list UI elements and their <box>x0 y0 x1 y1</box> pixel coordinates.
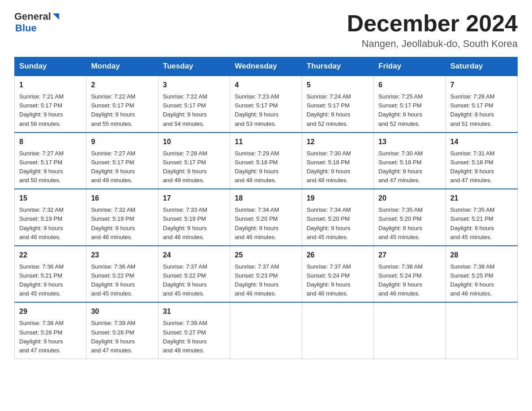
day-info: Sunrise: 7:38 AMSunset: 5:24 PMDaylight:… <box>378 262 441 299</box>
week-row-5: 29Sunrise: 7:38 AMSunset: 5:26 PMDayligh… <box>15 302 518 359</box>
day-number: 8 <box>19 137 82 147</box>
day-number: 17 <box>163 193 225 204</box>
calendar-cell: 11Sunrise: 7:29 AMSunset: 5:18 PMDayligh… <box>230 133 302 189</box>
calendar-cell: 21Sunrise: 7:35 AMSunset: 5:21 PMDayligh… <box>446 189 517 246</box>
week-row-3: 15Sunrise: 7:32 AMSunset: 5:19 PMDayligh… <box>15 189 518 246</box>
week-row-2: 8Sunrise: 7:27 AMSunset: 5:17 PMDaylight… <box>15 133 518 189</box>
day-info: Sunrise: 7:29 AMSunset: 5:18 PMDaylight:… <box>235 149 297 185</box>
calendar-cell: 27Sunrise: 7:38 AMSunset: 5:24 PMDayligh… <box>374 246 446 303</box>
day-info: Sunrise: 7:30 AMSunset: 5:18 PMDaylight:… <box>378 149 441 185</box>
day-number: 31 <box>163 306 225 317</box>
day-info: Sunrise: 7:23 AMSunset: 5:17 PMDaylight:… <box>235 92 297 128</box>
week-row-1: 1Sunrise: 7:21 AMSunset: 5:17 PMDaylight… <box>15 76 518 133</box>
calendar-cell: 29Sunrise: 7:38 AMSunset: 5:26 PMDayligh… <box>15 302 86 359</box>
calendar-cell: 13Sunrise: 7:30 AMSunset: 5:18 PMDayligh… <box>374 133 446 189</box>
weekday-header-tuesday: Tuesday <box>158 57 230 76</box>
day-number: 21 <box>450 193 513 204</box>
day-number: 3 <box>163 80 225 90</box>
day-number: 16 <box>91 193 153 204</box>
day-number: 22 <box>19 250 82 261</box>
day-number: 11 <box>235 137 297 147</box>
week-row-4: 22Sunrise: 7:36 AMSunset: 5:21 PMDayligh… <box>15 246 518 303</box>
weekday-header-row: SundayMondayTuesdayWednesdayThursdayFrid… <box>15 57 518 76</box>
day-number: 26 <box>307 250 369 261</box>
day-number: 25 <box>235 250 297 261</box>
calendar-cell <box>446 302 517 359</box>
calendar-cell: 6Sunrise: 7:25 AMSunset: 5:17 PMDaylight… <box>374 76 446 133</box>
weekday-header-monday: Monday <box>86 57 158 76</box>
logo-triangle-icon <box>51 12 61 21</box>
day-number: 1 <box>19 80 82 90</box>
day-number: 13 <box>378 137 441 147</box>
weekday-header-thursday: Thursday <box>302 57 373 76</box>
day-number: 15 <box>19 193 82 204</box>
day-info: Sunrise: 7:28 AMSunset: 5:17 PMDaylight:… <box>163 149 225 185</box>
day-number: 19 <box>307 193 369 204</box>
calendar-cell: 16Sunrise: 7:32 AMSunset: 5:19 PMDayligh… <box>86 189 158 246</box>
calendar-cell: 31Sunrise: 7:39 AMSunset: 5:27 PMDayligh… <box>158 302 230 359</box>
weekday-header-wednesday: Wednesday <box>230 57 302 76</box>
calendar-cell: 20Sunrise: 7:35 AMSunset: 5:20 PMDayligh… <box>374 189 446 246</box>
day-number: 7 <box>450 80 513 90</box>
day-info: Sunrise: 7:21 AMSunset: 5:17 PMDaylight:… <box>19 92 82 128</box>
calendar-cell: 10Sunrise: 7:28 AMSunset: 5:17 PMDayligh… <box>158 133 230 189</box>
day-number: 23 <box>91 250 153 261</box>
day-number: 18 <box>235 193 297 204</box>
month-title: December 2024 <box>347 11 518 36</box>
calendar-cell: 24Sunrise: 7:37 AMSunset: 5:22 PMDayligh… <box>158 246 230 303</box>
day-info: Sunrise: 7:36 AMSunset: 5:22 PMDaylight:… <box>91 262 153 299</box>
day-number: 4 <box>235 80 297 90</box>
day-info: Sunrise: 7:33 AMSunset: 5:19 PMDaylight:… <box>163 206 225 242</box>
day-info: Sunrise: 7:27 AMSunset: 5:17 PMDaylight:… <box>91 149 153 185</box>
title-block: December 2024 Nangen, Jeollabuk-do, Sout… <box>347 11 518 50</box>
day-info: Sunrise: 7:22 AMSunset: 5:17 PMDaylight:… <box>91 92 153 128</box>
calendar-cell: 8Sunrise: 7:27 AMSunset: 5:17 PMDaylight… <box>15 133 86 189</box>
day-number: 28 <box>450 250 513 261</box>
day-info: Sunrise: 7:30 AMSunset: 5:18 PMDaylight:… <box>307 149 369 185</box>
calendar-cell: 19Sunrise: 7:34 AMSunset: 5:20 PMDayligh… <box>302 189 373 246</box>
day-number: 10 <box>163 137 225 147</box>
day-info: Sunrise: 7:26 AMSunset: 5:17 PMDaylight:… <box>450 92 513 128</box>
weekday-header-friday: Friday <box>374 57 446 76</box>
calendar-cell <box>374 302 446 359</box>
calendar-cell: 30Sunrise: 7:39 AMSunset: 5:26 PMDayligh… <box>86 302 158 359</box>
calendar-cell: 22Sunrise: 7:36 AMSunset: 5:21 PMDayligh… <box>15 246 86 303</box>
day-number: 2 <box>91 80 153 90</box>
calendar-cell: 18Sunrise: 7:34 AMSunset: 5:20 PMDayligh… <box>230 189 302 246</box>
day-info: Sunrise: 7:35 AMSunset: 5:20 PMDaylight:… <box>378 206 441 242</box>
calendar-cell: 28Sunrise: 7:38 AMSunset: 5:25 PMDayligh… <box>446 246 517 303</box>
calendar-cell: 3Sunrise: 7:22 AMSunset: 5:17 PMDaylight… <box>158 76 230 133</box>
calendar-cell: 15Sunrise: 7:32 AMSunset: 5:19 PMDayligh… <box>15 189 86 246</box>
day-number: 24 <box>163 250 225 261</box>
location-subtitle: Nangen, Jeollabuk-do, South Korea <box>347 38 518 50</box>
day-number: 30 <box>91 306 153 317</box>
day-info: Sunrise: 7:39 AMSunset: 5:27 PMDaylight:… <box>163 319 225 355</box>
day-info: Sunrise: 7:25 AMSunset: 5:17 PMDaylight:… <box>378 92 441 128</box>
day-number: 29 <box>19 306 82 317</box>
day-number: 20 <box>378 193 441 204</box>
logo-blue-text: Blue <box>15 22 37 34</box>
day-info: Sunrise: 7:31 AMSunset: 5:18 PMDaylight:… <box>450 149 513 185</box>
calendar-cell: 17Sunrise: 7:33 AMSunset: 5:19 PMDayligh… <box>158 189 230 246</box>
day-info: Sunrise: 7:27 AMSunset: 5:17 PMDaylight:… <box>19 149 82 185</box>
calendar-cell: 14Sunrise: 7:31 AMSunset: 5:18 PMDayligh… <box>446 133 517 189</box>
svg-marker-0 <box>53 13 59 20</box>
day-info: Sunrise: 7:37 AMSunset: 5:22 PMDaylight:… <box>163 262 225 299</box>
day-number: 27 <box>378 250 441 261</box>
day-number: 12 <box>307 137 369 147</box>
day-info: Sunrise: 7:32 AMSunset: 5:19 PMDaylight:… <box>91 206 153 242</box>
calendar-cell: 2Sunrise: 7:22 AMSunset: 5:17 PMDaylight… <box>86 76 158 133</box>
calendar-cell: 5Sunrise: 7:24 AMSunset: 5:17 PMDaylight… <box>302 76 373 133</box>
page-header: General Blue December 2024 Nangen, Jeoll… <box>14 11 518 50</box>
calendar-cell: 4Sunrise: 7:23 AMSunset: 5:17 PMDaylight… <box>230 76 302 133</box>
calendar-table: SundayMondayTuesdayWednesdayThursdayFrid… <box>14 57 518 359</box>
day-number: 14 <box>450 137 513 147</box>
day-info: Sunrise: 7:34 AMSunset: 5:20 PMDaylight:… <box>307 206 369 242</box>
day-info: Sunrise: 7:22 AMSunset: 5:17 PMDaylight:… <box>163 92 225 128</box>
day-info: Sunrise: 7:32 AMSunset: 5:19 PMDaylight:… <box>19 206 82 242</box>
day-info: Sunrise: 7:38 AMSunset: 5:25 PMDaylight:… <box>450 262 513 299</box>
calendar-cell: 12Sunrise: 7:30 AMSunset: 5:18 PMDayligh… <box>302 133 373 189</box>
calendar-cell <box>302 302 373 359</box>
day-info: Sunrise: 7:38 AMSunset: 5:26 PMDaylight:… <box>19 319 82 355</box>
day-info: Sunrise: 7:37 AMSunset: 5:24 PMDaylight:… <box>307 262 369 299</box>
